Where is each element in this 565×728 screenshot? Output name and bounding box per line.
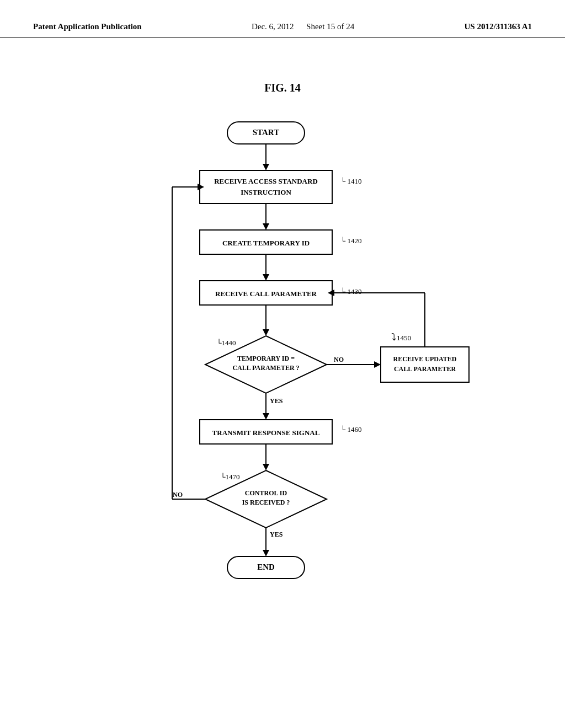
figure-title: FIG. 14 — [0, 82, 565, 94]
svg-marker-14 — [263, 274, 269, 281]
svg-text:└1470: └1470 — [220, 473, 239, 481]
svg-text:RECEIVE CALL PARAMETER: RECEIVE CALL PARAMETER — [215, 290, 317, 298]
svg-text:└ 1410: └ 1410 — [340, 177, 361, 185]
svg-text:START: START — [253, 128, 279, 137]
svg-text:CALL PARAMETER ?: CALL PARAMETER ? — [232, 364, 299, 372]
svg-text:NO: NO — [334, 356, 344, 363]
svg-text:CALL PARAMETER: CALL PARAMETER — [394, 365, 456, 373]
svg-text:└ 1430: └ 1430 — [340, 287, 361, 296]
svg-text:1450: 1450 — [397, 334, 411, 342]
svg-text:⤵: ⤵ — [391, 331, 396, 342]
svg-text:RECEIVE ACCESS STANDARD: RECEIVE ACCESS STANDARD — [214, 177, 318, 185]
svg-rect-4 — [200, 170, 332, 204]
svg-text:YES: YES — [270, 397, 283, 405]
svg-text:CONTROL ID: CONTROL ID — [245, 489, 287, 497]
svg-marker-54 — [263, 550, 269, 556]
svg-marker-9 — [263, 223, 269, 230]
svg-text:END: END — [257, 563, 275, 571]
svg-marker-26 — [374, 361, 381, 368]
sheet-info: Sheet 15 of 24 — [306, 22, 354, 31]
svg-text:NO: NO — [173, 491, 183, 499]
svg-text:└1440: └1440 — [216, 339, 236, 347]
svg-text:TEMPORARY ID =: TEMPORARY ID = — [237, 355, 295, 362]
svg-text:CREATE TEMPORARY ID: CREATE TEMPORARY ID — [222, 239, 310, 247]
svg-marker-19 — [263, 329, 269, 336]
svg-text:INSTRUCTION: INSTRUCTION — [241, 188, 291, 196]
flowchart-svg: START RECEIVE ACCESS STANDARD INSTRUCTIO… — [89, 111, 476, 607]
patent-number: US 2012/311363 A1 — [464, 22, 532, 31]
svg-marker-42 — [263, 464, 269, 470]
svg-text:RECEIVE UPDATED: RECEIVE UPDATED — [393, 355, 457, 363]
svg-text:YES: YES — [270, 531, 283, 538]
svg-text:└ 1460: └ 1460 — [340, 425, 361, 433]
svg-rect-27 — [381, 347, 469, 382]
svg-text:└ 1420: └ 1420 — [340, 237, 361, 245]
svg-text:IS RECEIVED ?: IS RECEIVED ? — [242, 499, 290, 506]
page-header: Patent Application Publication Dec. 6, 2… — [0, 0, 565, 38]
publication-label: Patent Application Publication — [33, 22, 142, 31]
diagram-container: START RECEIVE ACCESS STANDARD INSTRUCTIO… — [0, 111, 565, 607]
svg-marker-3 — [263, 164, 269, 170]
publication-date: Dec. 6, 2012 — [252, 22, 294, 31]
svg-marker-37 — [263, 413, 269, 420]
header-center: Dec. 6, 2012 Sheet 15 of 24 — [252, 22, 354, 31]
svg-text:TRANSMIT RESPONSE SIGNAL: TRANSMIT RESPONSE SIGNAL — [212, 429, 320, 437]
